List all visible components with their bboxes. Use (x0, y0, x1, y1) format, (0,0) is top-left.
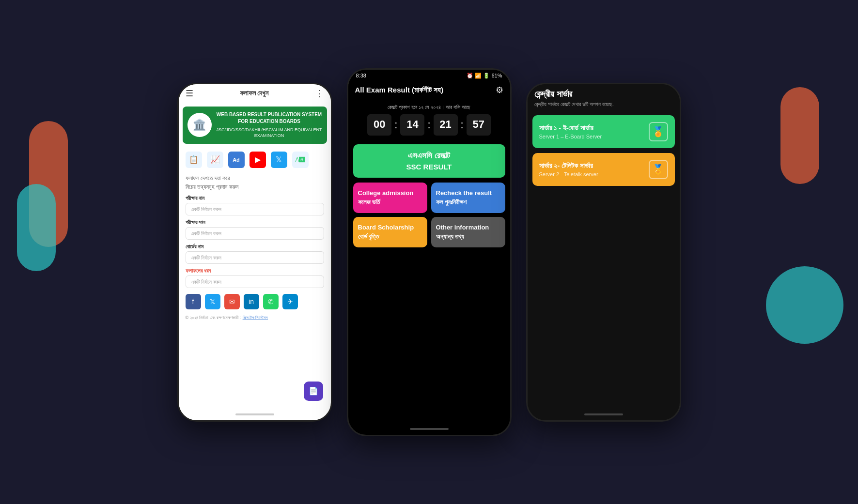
scene: ☰ ফলাফল দেখুন ⋮ 🏛️ WEB BASED RESULT PUBL… (0, 0, 858, 504)
college-admission-bn: কলেজ ভর্তি (358, 199, 422, 206)
recheck-result-bn: ফল পুনঃনিরীক্ষণ (436, 199, 500, 206)
exam-name-label: পরীক্ষার নাম (186, 195, 324, 201)
phone1-desc: ফলাফল দেখতে দয়া করে নিচের তথ্যসমূহ প্রদ… (186, 174, 324, 191)
phone-1-wrapper: ☰ ফলাফল দেখুন ⋮ 🏛️ WEB BASED RESULT PUBL… (177, 83, 332, 422)
banner-sub-text: JSC/JDC/SSC/DAKHIL/HSC/ALIM AND EQUIVALE… (217, 127, 322, 139)
youtube-icon-btn[interactable]: ▶ (250, 152, 266, 168)
server2-sub: Server 2 - Teletalk server (539, 171, 598, 177)
college-admission-btn[interactable]: College admission কলেজ ভর্তি (353, 183, 427, 213)
translate-icon-btn[interactable]: A🅰 (292, 152, 309, 168)
other-info-bn: অন্যান্য তথ্য (436, 233, 500, 241)
timer-sep-2: : (427, 114, 430, 136)
timer-hours: 14 (400, 114, 424, 136)
footer-text: © ২০২৪ নির্মাতা এবং রক্ষণাবেক্ষণকারী : (186, 315, 243, 320)
blob-teal-left (17, 184, 56, 271)
desc-line1: ফলাফল দেখতে দয়া করে (186, 175, 230, 182)
ad-icon-btn[interactable]: Ad (228, 152, 245, 168)
exam-year-select[interactable]: একটি নির্বাচন করুন (186, 227, 324, 240)
phone2-title: All Exam Result (মার্কশীট সহ) (355, 86, 444, 94)
linkedin-btn[interactable]: in (244, 294, 259, 309)
phone-3-wrapper: কেন্দ্রীয় সার্ভার কেন্দ্রীয় সার্ভারে র… (526, 83, 681, 422)
server2-btn[interactable]: সার্ভার ২- টেলিটক সার্ভার Server 2 - Tel… (532, 153, 675, 186)
home-indicator-3 (584, 413, 623, 415)
list-icon-btn[interactable]: 📋 (186, 152, 202, 168)
phone3-title: কেন্দ্রীয় সার্ভার (534, 89, 673, 99)
twitter-icon-btn[interactable]: 𝕏 (271, 152, 287, 168)
menu-icon[interactable]: ☰ (186, 88, 193, 99)
blob-teal-right (766, 266, 843, 344)
status-icons: ⏰ 📶 🔋 61% (467, 73, 502, 79)
server2-title: সার্ভার ২- টেলিটক সার্ভার (539, 162, 598, 170)
server1-sub: Server 1 – E-Board Server (539, 134, 602, 139)
status-time: 8:38 (356, 73, 366, 78)
banner-main-text: WEB BASED RESULT PUBLICATION SYSTEM FOR … (217, 111, 322, 125)
timer-sep-3: : (461, 114, 464, 136)
countdown-label: রেজাল্ট প্রকাশ হবে ১২ মে ২০২৪। আর বাকি আ… (355, 104, 503, 110)
exam-name-select[interactable]: একটি নির্বাচন করুন (186, 203, 324, 215)
phone2-header: All Exam Result (মার্কশীট সহ) ⚙ (348, 82, 510, 100)
phone-2-wrapper: 8:38 ⏰ 📶 🔋 61% All Exam Result (মার্কশীট… (347, 68, 512, 436)
recheck-result-en: Recheck the result (436, 189, 500, 197)
board-scholarship-bn: বোর্ড বৃত্তি (358, 233, 422, 241)
settings-icon[interactable]: ⚙ (496, 85, 503, 95)
timer-sep-1: : (394, 114, 397, 136)
facebook-btn[interactable]: f (186, 294, 201, 309)
ssc-btn-bangla: এসএসসি রেজাল্ট (360, 151, 499, 161)
telegram-btn[interactable]: ✈ (282, 294, 298, 309)
result-type-label: ফলাফলের ধরন (186, 268, 324, 274)
phone2-status-bar: 8:38 ⏰ 📶 🔋 61% (348, 70, 510, 82)
timer-minutes: 21 (434, 114, 458, 136)
timer-seconds: 57 (467, 114, 491, 136)
other-info-en: Other information (436, 224, 500, 231)
countdown-section: রেজাল্ট প্রকাশ হবে ১২ মে ২০২৪। আর বাকি আ… (348, 100, 510, 139)
phone1-form: পরীক্ষার নাম একটি নির্বাচন করুন পরীক্ষার… (179, 195, 331, 288)
phone1-footer: © ২০২৪ নির্মাতা এবং রক্ষণাবেক্ষণকারী : ন… (179, 313, 331, 324)
blob-orange-right (780, 87, 819, 184)
footer-link[interactable]: নিক্সটেক সিস্টেমস (243, 315, 268, 320)
college-admission-en: College admission (358, 189, 422, 197)
board-name-label: বোর্ডের নাম (186, 244, 324, 250)
server2-icon: 🏅 (649, 160, 668, 179)
exam-year-label: পরীক্ষার সাল (186, 219, 324, 226)
server1-title: সার্ভার ১ - ই-বোর্ড সার্ভার (539, 124, 602, 132)
twitter-btn[interactable]: 𝕏 (205, 294, 220, 309)
recheck-result-btn[interactable]: Recheck the result ফল পুনঃনিরীক্ষণ (431, 183, 505, 213)
ssc-result-btn[interactable]: এসএসসি রেজাল্ট SSC RESULT (353, 144, 505, 178)
board-scholarship-btn[interactable]: Board Scholarship বোর্ড বৃত্তি (353, 217, 427, 247)
phone-1: ☰ ফলাফল দেখুন ⋮ 🏛️ WEB BASED RESULT PUBL… (177, 83, 332, 422)
phone-3: কেন্দ্রীয় সার্ভার কেন্দ্রীয় সার্ভারে র… (526, 83, 681, 422)
result-type-select[interactable]: একটি নির্বাচন করুন (186, 275, 324, 288)
phone1-title: ফলাফল দেখুন (240, 89, 269, 97)
phone1-header: ☰ ফলাফল দেখুন ⋮ (179, 84, 331, 103)
banner-logo: 🏛️ (187, 113, 212, 137)
other-info-btn[interactable]: Other information অন্যান্য তথ্য (431, 217, 505, 247)
whatsapp-btn[interactable]: ✆ (263, 294, 279, 309)
desc-line2: নিচের তথ্যসমূহ প্রদান করুন (186, 183, 238, 190)
phone3-header: কেন্দ্রীয় সার্ভার কেন্দ্রীয় সার্ভারে র… (528, 84, 680, 110)
email-btn[interactable]: ✉ (224, 294, 240, 309)
server1-left: সার্ভার ১ - ই-বোর্ড সার্ভার Server 1 – E… (539, 124, 602, 139)
phone1-icons-row: 📋 📈 Ad ▶ 𝕏 A🅰 (179, 148, 331, 172)
server2-left: সার্ভার ২- টেলিটক সার্ভার Server 2 - Tel… (539, 162, 598, 177)
phone3-subtitle: কেন্দ্রীয় সার্ভারে রেজাল্ট দেখার দুটি অ… (534, 101, 673, 107)
board-scholarship-en: Board Scholarship (358, 224, 422, 231)
phone1-banner: 🏛️ WEB BASED RESULT PUBLICATION SYSTEM F… (183, 107, 327, 144)
home-indicator-1 (235, 413, 274, 415)
fab-pdf-btn[interactable]: 📄 (304, 382, 323, 401)
phone1-social-row: f 𝕏 ✉ in ✆ ✈ (179, 288, 331, 313)
home-indicator-2 (410, 428, 449, 430)
more-icon[interactable]: ⋮ (315, 88, 324, 99)
chart-icon-btn[interactable]: 📈 (207, 152, 223, 168)
phone-2: 8:38 ⏰ 📶 🔋 61% All Exam Result (মার্কশীট… (347, 68, 512, 436)
countdown-timer: 00 : 14 : 21 : 57 (355, 114, 503, 136)
server1-btn[interactable]: সার্ভার ১ - ই-বোর্ড সার্ভার Server 1 – E… (532, 115, 675, 148)
timer-days: 00 (367, 114, 391, 136)
server1-icon: 🏅 (649, 122, 668, 141)
ssc-btn-english: SSC RESULT (360, 163, 499, 171)
phone2-grid: College admission কলেজ ভর্তি Recheck the… (348, 183, 510, 252)
board-name-select[interactable]: একটি নির্বাচন করুন (186, 251, 324, 264)
